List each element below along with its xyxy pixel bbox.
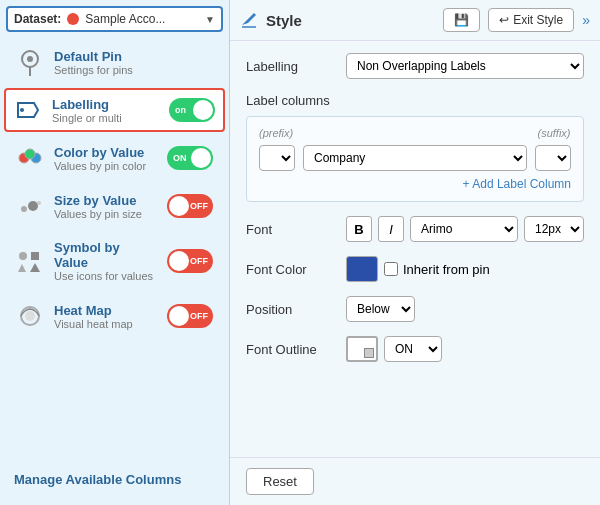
- labelling-toggle-label: on: [175, 105, 186, 115]
- color-by-value-subtitle: Values by pin color: [54, 160, 157, 172]
- sidebar-item-color-by-value[interactable]: Color by Value Values by pin color ON: [6, 136, 223, 180]
- svg-rect-12: [31, 252, 39, 260]
- sidebar-item-heat-map[interactable]: Heat Map Visual heat map OFF: [6, 294, 223, 338]
- size-by-value-subtitle: Values by pin size: [54, 208, 157, 220]
- exit-style-button[interactable]: ↩ Exit Style: [488, 8, 574, 32]
- font-outline-select[interactable]: ON OFF: [384, 336, 442, 362]
- reset-button[interactable]: Reset: [246, 468, 314, 495]
- default-pin-subtitle: Settings for pins: [54, 64, 213, 76]
- position-row: Position Above Below Left Right: [246, 296, 584, 322]
- dataset-name: Sample Acco...: [85, 12, 199, 26]
- prefix-suffix-selects: Company: [259, 145, 571, 171]
- svg-point-9: [28, 201, 38, 211]
- save-button[interactable]: 💾: [443, 8, 480, 32]
- heat-map-text: Heat Map Visual heat map: [54, 303, 157, 330]
- heat-map-title: Heat Map: [54, 303, 157, 318]
- default-pin-text: Default Pin Settings for pins: [54, 49, 213, 76]
- dataset-label: Dataset:: [14, 12, 61, 26]
- heatmap-toggle-knob: [169, 306, 189, 326]
- labelling-toggle-knob: [193, 100, 213, 120]
- color-icon: [16, 144, 44, 172]
- sidebar-item-size-by-value[interactable]: Size by Value Values by pin size OFF: [6, 184, 223, 228]
- labelling-row: Labelling Non Overlapping Labels Always …: [246, 53, 584, 79]
- font-color-swatch[interactable]: [346, 256, 378, 282]
- font-color-controls: Inherit from pin: [346, 256, 584, 282]
- font-size-select[interactable]: 10px 11px 12px 14px 16px: [524, 216, 584, 242]
- dataset-dropdown-arrow[interactable]: ▼: [205, 14, 215, 25]
- svg-marker-13: [18, 264, 26, 272]
- symbol-toggle-label: OFF: [190, 256, 208, 266]
- color-toggle-label: ON: [173, 153, 187, 163]
- sidebar-item-symbol-by-value[interactable]: Symbol by Value Use icons for values OFF: [6, 232, 223, 290]
- symbol-by-value-text: Symbol by Value Use icons for values: [54, 240, 157, 282]
- size-icon: [16, 192, 44, 220]
- label-columns-title: Label columns: [246, 93, 584, 108]
- left-panel: Dataset: Sample Acco... ▼ Default Pin Se…: [0, 0, 230, 505]
- sidebar-item-default-pin[interactable]: Default Pin Settings for pins: [6, 40, 223, 84]
- sidebar-item-labelling[interactable]: Labelling Single or multi on: [4, 88, 225, 132]
- default-pin-title: Default Pin: [54, 49, 213, 64]
- size-toggle[interactable]: OFF: [167, 194, 213, 218]
- svg-point-10: [37, 201, 41, 205]
- svg-point-16: [25, 311, 35, 321]
- labelling-select[interactable]: Non Overlapping Labels Always Show Label…: [346, 53, 584, 79]
- size-by-value-title: Size by Value: [54, 193, 157, 208]
- style-icon: [240, 11, 258, 29]
- pin-icon: [16, 48, 44, 76]
- italic-button[interactable]: I: [378, 216, 404, 242]
- suffix-select[interactable]: [535, 145, 571, 171]
- exit-label: Exit Style: [513, 13, 563, 27]
- inherit-label: Inherit from pin: [403, 262, 490, 277]
- company-select[interactable]: Company: [303, 145, 527, 171]
- symbol-icon: [16, 247, 44, 275]
- dataset-bar[interactable]: Dataset: Sample Acco... ▼: [6, 6, 223, 32]
- style-header: Style 💾 ↩ Exit Style »: [230, 0, 600, 41]
- font-color-row: Font Color Inherit from pin: [246, 256, 584, 282]
- labelling-subtitle: Single or multi: [52, 112, 159, 124]
- symbol-by-value-subtitle: Use icons for values: [54, 270, 157, 282]
- label-columns-box: (prefix) (suffix) Company + Add Label Co…: [246, 116, 584, 202]
- label-icon: [14, 96, 42, 124]
- fast-forward-icon[interactable]: »: [582, 12, 590, 28]
- suffix-hint: (suffix): [537, 127, 571, 139]
- font-outline-swatch[interactable]: [346, 336, 378, 362]
- heatmap-toggle[interactable]: OFF: [167, 304, 213, 328]
- heatmap-toggle-label: OFF: [190, 311, 208, 321]
- svg-point-4: [20, 108, 24, 112]
- font-name-select[interactable]: Arimo Arial Verdana Georgia: [410, 216, 518, 242]
- labelling-toggle[interactable]: on: [169, 98, 215, 122]
- font-outline-label: Font Outline: [246, 342, 336, 357]
- svg-point-1: [27, 56, 33, 62]
- symbol-by-value-title: Symbol by Value: [54, 240, 157, 270]
- exit-icon: ↩: [499, 13, 509, 27]
- position-select[interactable]: Above Below Left Right: [346, 296, 415, 322]
- size-by-value-text: Size by Value Values by pin size: [54, 193, 157, 220]
- font-outline-controls: ON OFF: [346, 336, 584, 362]
- manage-columns-link[interactable]: Manage Available Columns: [0, 462, 229, 497]
- prefix-hint: (prefix): [259, 127, 293, 139]
- labelling-title: Labelling: [52, 97, 159, 112]
- dataset-dot: [67, 13, 79, 25]
- font-controls: B I Arimo Arial Verdana Georgia 10px 11p…: [346, 216, 584, 242]
- svg-point-7: [25, 149, 35, 159]
- labelling-text: Labelling Single or multi: [52, 97, 159, 124]
- heat-map-subtitle: Visual heat map: [54, 318, 157, 330]
- right-panel: Style 💾 ↩ Exit Style » Labelling Non Ove…: [230, 0, 600, 505]
- heatmap-icon: [16, 302, 44, 330]
- color-toggle[interactable]: ON: [167, 146, 213, 170]
- prefix-suffix-hints: (prefix) (suffix): [259, 127, 571, 139]
- add-label-column-link[interactable]: + Add Label Column: [259, 177, 571, 191]
- font-outline-row: Font Outline ON OFF: [246, 336, 584, 362]
- outline-inner: [364, 348, 374, 358]
- symbol-toggle[interactable]: OFF: [167, 249, 213, 273]
- font-label: Font: [246, 222, 336, 237]
- bold-button[interactable]: B: [346, 216, 372, 242]
- size-toggle-label: OFF: [190, 201, 208, 211]
- size-toggle-knob: [169, 196, 189, 216]
- inherit-checkbox[interactable]: [384, 262, 398, 276]
- save-icon: 💾: [454, 13, 469, 27]
- reset-bar: Reset: [230, 457, 600, 505]
- color-by-value-title: Color by Value: [54, 145, 157, 160]
- font-color-label: Font Color: [246, 262, 336, 277]
- prefix-select[interactable]: [259, 145, 295, 171]
